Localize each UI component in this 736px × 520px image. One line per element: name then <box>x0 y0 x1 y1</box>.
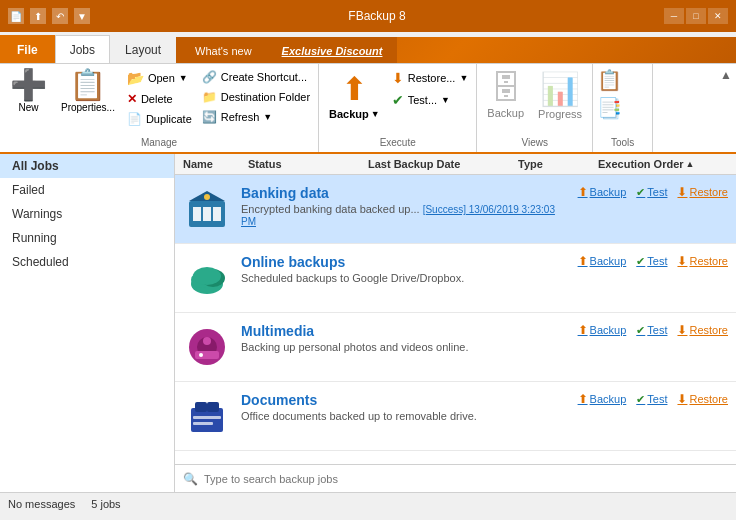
test-label: Test... <box>408 94 437 106</box>
restore-icon: ⬇ <box>392 70 404 86</box>
delete-label: Delete <box>141 93 173 105</box>
refresh-button[interactable]: 🔄 Refresh ▼ <box>198 108 314 126</box>
content-area: Name Status Last Backup Date Type Execut… <box>175 154 736 492</box>
sidebar-item-failed[interactable]: Failed <box>0 178 174 202</box>
tools-group-body: 📋 📑 <box>597 68 648 135</box>
tool-icon-1[interactable]: 📋 <box>597 68 622 92</box>
test-dropdown-icon: ▼ <box>441 95 450 105</box>
sidebar-item-running[interactable]: Running <box>0 226 174 250</box>
col-execution-order: Execution Order ▲ <box>598 158 728 170</box>
list-item[interactable]: Documents Office documents backed up to … <box>175 382 736 451</box>
banking-restore-link[interactable]: ⬇ Restore <box>677 185 728 199</box>
documents-restore-link[interactable]: ⬇ Restore <box>677 392 728 406</box>
test-icon: ✔ <box>392 92 404 108</box>
online-desc: Scheduled backups to Google Drive/Dropbo… <box>241 272 570 284</box>
documents-test-link[interactable]: ✔ Test <box>636 393 667 406</box>
tab-whats-new[interactable]: What's new <box>180 37 267 63</box>
tab-exclusive-discount[interactable]: Exclusive Discount <box>267 37 398 63</box>
backup-arrow-icon: ⬆ <box>578 392 588 406</box>
title-bar-app-icons: 📄 ⬆ ↶ ▼ <box>8 8 90 24</box>
create-shortcut-icon: 🔗 <box>202 70 217 84</box>
status-messages: No messages <box>8 498 75 510</box>
backup-view-icon: 🗄 <box>490 70 522 107</box>
online-backup-link[interactable]: ⬆ Backup <box>578 254 627 268</box>
tool-icon-2[interactable]: 📑 <box>597 96 622 120</box>
banking-test-link[interactable]: ✔ Test <box>636 186 667 199</box>
maximize-button[interactable]: □ <box>686 8 706 24</box>
progress-label: Progress <box>538 108 582 120</box>
refresh-label: Refresh <box>221 111 260 123</box>
restore-button[interactable]: ⬇ Restore... ▼ <box>388 68 473 88</box>
banking-info: Banking data Encrypted banking data back… <box>241 185 570 227</box>
open-dropdown-icon: ▼ <box>179 73 188 83</box>
list-item[interactable]: Multimedia Backing up personal photos an… <box>175 313 736 382</box>
backup-icon: ⬆ <box>341 70 368 108</box>
online-icon <box>183 254 231 302</box>
backup-view-button[interactable]: 🗄 Backup <box>481 68 530 121</box>
duplicate-button[interactable]: 📄 Duplicate <box>123 110 196 128</box>
search-input[interactable] <box>204 473 728 485</box>
delete-icon: ✕ <box>127 92 137 106</box>
svg-point-5 <box>204 194 210 200</box>
search-bar: 🔍 <box>175 464 736 492</box>
multimedia-backup-link[interactable]: ⬆ Backup <box>578 323 627 337</box>
open-button[interactable]: 📂 Open ▼ <box>123 68 196 88</box>
list-item[interactable]: Banking data Encrypted banking data back… <box>175 175 736 244</box>
tab-file[interactable]: File <box>0 35 55 63</box>
svg-rect-17 <box>207 402 219 412</box>
ribbon-collapse-button[interactable]: ▲ <box>716 64 736 152</box>
search-icon: 🔍 <box>183 472 198 486</box>
app-icon: 📄 <box>8 8 24 24</box>
tab-layout[interactable]: Layout <box>110 35 176 63</box>
ribbon: ➕ New 📋 Properties... 📂 Open ▼ ✕ Delete <box>0 64 736 154</box>
svg-point-12 <box>203 337 211 345</box>
delete-button[interactable]: ✕ Delete <box>123 90 196 108</box>
banking-backup-link[interactable]: ⬆ Backup <box>578 185 627 199</box>
restore-dropdown-icon: ▼ <box>459 73 468 83</box>
duplicate-label: Duplicate <box>146 113 192 125</box>
sidebar-item-all-jobs[interactable]: All Jobs <box>0 154 174 178</box>
duplicate-icon: 📄 <box>127 112 142 126</box>
create-shortcut-button[interactable]: 🔗 Create Shortcut... <box>198 68 314 86</box>
test-button[interactable]: ✔ Test... ▼ <box>388 90 473 110</box>
manage-small-col2: 🔗 Create Shortcut... 📁 Destination Folde… <box>198 68 314 126</box>
documents-info: Documents Office documents backed up to … <box>241 392 570 422</box>
sidebar-item-scheduled[interactable]: Scheduled <box>0 250 174 274</box>
online-restore-link[interactable]: ⬇ Restore <box>677 254 728 268</box>
test-check-icon: ✔ <box>636 255 645 268</box>
multimedia-restore-link[interactable]: ⬇ Restore <box>677 323 728 337</box>
svg-rect-18 <box>193 416 221 419</box>
tools-group-label: Tools <box>597 135 648 148</box>
close-button[interactable]: ✕ <box>708 8 728 24</box>
list-item[interactable]: Online backups Scheduled backups to Goog… <box>175 244 736 313</box>
progress-button[interactable]: 📊 Progress <box>532 68 588 122</box>
restore-arrow-icon: ⬇ <box>677 254 687 268</box>
svg-rect-13 <box>195 351 219 359</box>
window-controls[interactable]: ─ □ ✕ <box>664 8 728 24</box>
multimedia-test-link[interactable]: ✔ Test <box>636 324 667 337</box>
sidebar: All Jobs Failed Warnings Running Schedul… <box>0 154 175 492</box>
minimize-button[interactable]: ─ <box>664 8 684 24</box>
new-button[interactable]: ➕ New <box>4 68 53 115</box>
app-title: FBackup 8 <box>90 9 664 23</box>
properties-button[interactable]: 📋 Properties... <box>55 68 121 115</box>
tab-jobs[interactable]: Jobs <box>55 35 110 63</box>
backup-button[interactable]: ⬆ Backup ▼ <box>323 68 386 122</box>
online-test-link[interactable]: ✔ Test <box>636 255 667 268</box>
multimedia-info: Multimedia Backing up personal photos an… <box>241 323 570 353</box>
undo-icon: ↶ <box>52 8 68 24</box>
open-label: Open <box>148 72 175 84</box>
documents-name: Documents <box>241 392 570 408</box>
col-name: Name <box>183 158 248 170</box>
destination-folder-button[interactable]: 📁 Destination Folder <box>198 88 314 106</box>
banking-desc: Encrypted banking data backed up... [Suc… <box>241 203 570 227</box>
quick-access-icon: ▼ <box>74 8 90 24</box>
sort-icon: ▲ <box>686 159 695 169</box>
svg-point-14 <box>199 353 203 357</box>
backup-view-label: Backup <box>487 107 524 119</box>
sidebar-item-warnings[interactable]: Warnings <box>0 202 174 226</box>
svg-rect-2 <box>193 207 201 221</box>
documents-backup-link[interactable]: ⬆ Backup <box>578 392 627 406</box>
ribbon-group-manage: ➕ New 📋 Properties... 📂 Open ▼ ✕ Delete <box>0 64 319 152</box>
col-type: Type <box>518 158 598 170</box>
